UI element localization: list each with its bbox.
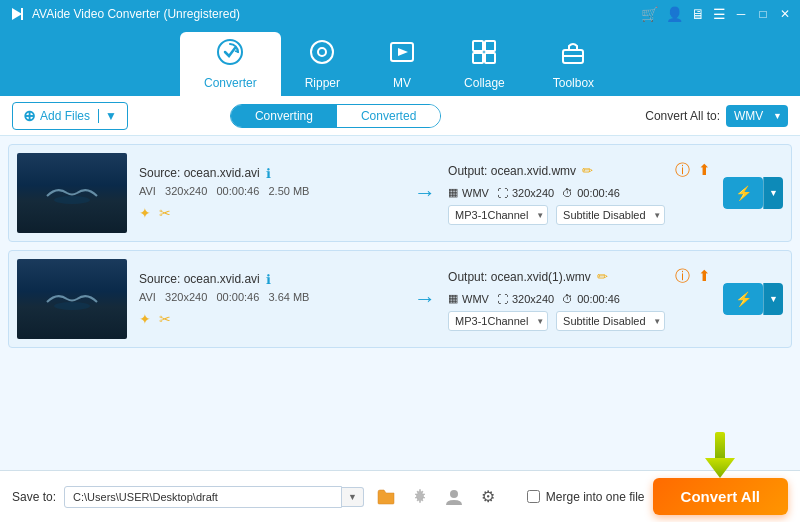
audio-select-wrapper-1[interactable]: MP3-1Channel MP3-2Channel AAC [448,205,548,225]
ripper-icon [308,38,336,72]
nav-mv[interactable]: MV [364,32,440,96]
minimize-button[interactable]: ─ [734,7,748,21]
user-icon[interactable]: 👤 [666,6,683,22]
file-source-1: Source: ocean.xvid.avi ℹ [139,166,402,181]
output-settings-1: ▦ WMV ⛶ 320x240 ⏱ 00:00:46 [448,186,711,199]
file-source-2: Source: ocean.xvid.avi ℹ [139,272,402,287]
output-settings-2: ▦ WMV ⛶ 320x240 ⏱ 00:00:46 [448,292,711,305]
nav-toolbox[interactable]: Toolbox [529,32,618,96]
convert-button-1[interactable]: ⚡ [723,177,763,209]
svg-rect-7 [485,41,495,51]
subtitle-select-wrapper-2[interactable]: Subtitle Disabled Subtitle Enabled [556,311,665,331]
add-files-dropdown-icon[interactable]: ▼ [98,109,117,123]
subtitle-select-1[interactable]: Subtitle Disabled Subtitle Enabled [556,205,665,225]
edit-icon-1[interactable]: ✏ [582,163,593,178]
arrow-icon-1: → [414,180,436,206]
screen-icon[interactable]: 🖥 [691,6,705,22]
subtitle-select-wrapper-1[interactable]: Subtitle Disabled Subtitle Enabled [556,205,665,225]
output-format-label-2: WMV [462,293,489,305]
convert-button-2[interactable]: ⚡ [723,283,763,315]
nav-ripper[interactable]: Ripper [281,32,364,96]
nav-collage[interactable]: Collage [440,32,529,96]
format-selector-wrapper[interactable]: WMV MP4 AVI MOV MKV [726,105,788,127]
star-button-1[interactable]: ✦ [139,205,151,221]
toolbox-icon [559,38,587,72]
info-btn-2[interactable]: ⓘ [675,267,690,286]
subtitle-select-2[interactable]: Subtitle Disabled Subtitle Enabled [556,311,665,331]
convert-dropdown-2[interactable]: ▼ [763,283,783,315]
settings-icon-button[interactable] [406,483,434,511]
person-icon [444,487,464,507]
file-resolution-2: 320x240 [165,291,207,303]
cart-icon[interactable]: 🛒 [641,6,658,22]
output-header-2: Output: ocean.xvid(1).wmv ✏ ⓘ ⬆ [448,267,711,286]
file-duration-1: 00:00:46 [216,185,259,197]
file-actions-2: ✦ ✂ [139,311,402,327]
audio-select-wrapper-2[interactable]: MP3-1Channel MP3-2Channel AAC [448,311,548,331]
menu-icon[interactable]: ☰ [713,6,726,22]
cut-button-2[interactable]: ✂ [159,311,171,327]
duration-icon-2: ⏱ [562,293,573,305]
app-logo [8,5,26,23]
plus-icon: ⊕ [23,107,36,125]
output-format-label-1: WMV [462,187,489,199]
collage-icon [470,38,498,72]
thumbnail-1 [17,153,127,233]
source-info-icon-2[interactable]: ℹ [266,272,271,287]
svg-point-4 [318,48,326,56]
maximize-button[interactable]: □ [756,7,770,21]
convert-all-wrapper: Convert All [653,478,788,515]
format-selector[interactable]: WMV MP4 AVI MOV MKV [726,105,788,127]
file-info-2: Source: ocean.xvid.avi ℹ AVI 320x240 00:… [139,272,402,327]
audio-select-2[interactable]: MP3-1Channel MP3-2Channel AAC [448,311,548,331]
file-meta-2: AVI 320x240 00:00:46 3.64 MB [139,291,402,303]
download-arrow [700,430,740,483]
download-arrow-icon [700,430,740,480]
thumbnail-bird-icon-2 [42,284,102,314]
download-btn-2[interactable]: ⬆ [698,267,711,286]
svg-point-14 [54,302,90,310]
main-content: Source: ocean.xvid.avi ℹ AVI 320x240 00:… [0,136,800,470]
svg-marker-0 [12,8,22,20]
file-item-2: Source: ocean.xvid.avi ℹ AVI 320x240 00:… [8,250,792,348]
close-button[interactable]: ✕ [778,7,792,21]
nav-converter-label: Converter [204,76,257,90]
output-resolution-badge-2: ⛶ 320x240 [497,293,554,305]
output-format-badge-1: ▦ WMV [448,186,489,199]
footer-icons: ⚙ [372,483,502,511]
audio-select-1[interactable]: MP3-1Channel MP3-2Channel AAC [448,205,548,225]
cut-button-1[interactable]: ✂ [159,205,171,221]
file-duration-2: 00:00:46 [216,291,259,303]
folder-icon-button[interactable] [372,483,400,511]
person-icon-button[interactable] [440,483,468,511]
source-info-icon-1[interactable]: ℹ [266,166,271,181]
add-files-button[interactable]: ⊕ Add Files ▼ [12,102,128,130]
tab-converting[interactable]: Converting [231,105,337,127]
converter-icon [216,38,244,72]
save-to-label: Save to: [12,490,56,504]
tab-converted[interactable]: Converted [337,105,440,127]
merge-checkbox[interactable] [527,490,540,503]
edit-icon-2[interactable]: ✏ [597,269,608,284]
convert-dropdown-1[interactable]: ▼ [763,177,783,209]
file-item-1: Source: ocean.xvid.avi ℹ AVI 320x240 00:… [8,144,792,242]
download-btn-1[interactable]: ⬆ [698,161,711,180]
file-format-2: AVI [139,291,156,303]
output-resolution-label-2: 320x240 [512,293,554,305]
save-path-wrapper: ▼ [64,486,364,508]
file-size-1: 2.50 MB [268,185,309,197]
source-label-1: Source: ocean.xvid.avi [139,166,260,180]
convert-all-to-label: Convert All to: [645,109,720,123]
output-label-1: Output: ocean.xvid.wmv [448,164,576,178]
arrow-icon-2: → [414,286,436,312]
source-label-2: Source: ocean.xvid.avi [139,272,260,286]
star-button-2[interactable]: ✦ [139,311,151,327]
save-path-dropdown-button[interactable]: ▼ [342,487,364,507]
file-resolution-1: 320x240 [165,185,207,197]
save-path-input[interactable] [64,486,342,508]
gear-icon-button[interactable]: ⚙ [474,483,502,511]
nav-converter[interactable]: Converter [180,32,281,96]
info-btn-1[interactable]: ⓘ [675,161,690,180]
svg-point-3 [311,41,333,63]
convert-all-button[interactable]: Convert All [653,478,788,515]
